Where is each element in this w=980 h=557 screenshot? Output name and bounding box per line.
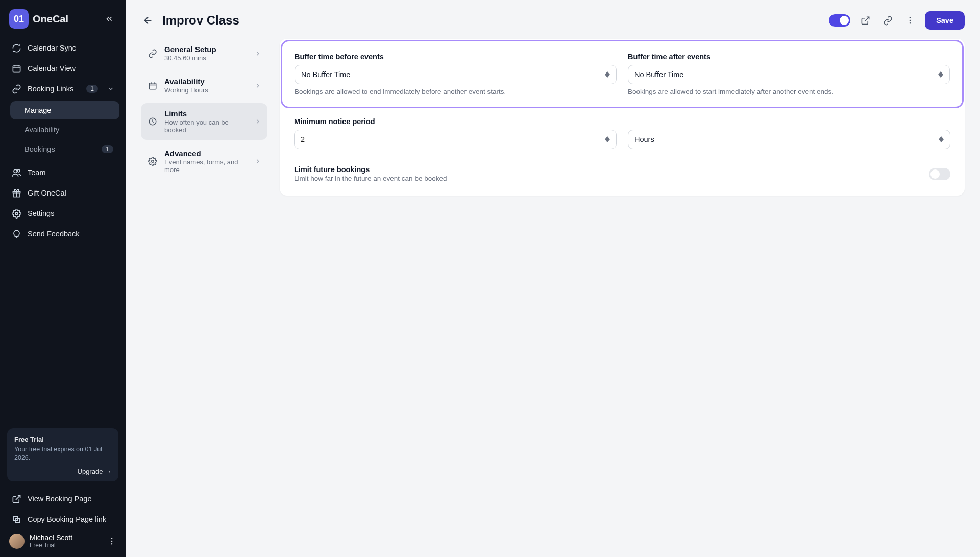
sync-icon — [11, 43, 21, 53]
tab-title: General Setup — [164, 45, 248, 54]
copy-icon — [11, 514, 21, 524]
subnav-availability[interactable]: Availability — [10, 120, 119, 139]
copy-link-button[interactable] — [880, 13, 895, 28]
svg-rect-14 — [149, 83, 156, 89]
buffer-before-field: Buffer time before events No Buffer Time… — [295, 53, 617, 96]
user-name: Michael Scott — [30, 534, 72, 542]
select-stepper-icon — [605, 71, 610, 78]
limit-future-row: Limit future bookings Limit how far in t… — [282, 158, 963, 193]
input-value: 2 — [301, 135, 305, 143]
buffer-row: Buffer time before events No Buffer Time… — [284, 43, 960, 105]
svg-point-1 — [13, 169, 16, 173]
tab-title: Availability — [164, 77, 248, 86]
open-external-button[interactable] — [857, 13, 873, 28]
min-notice-value-input[interactable]: 2 — [294, 130, 617, 149]
link-icon — [11, 84, 21, 94]
buffer-highlight: Buffer time before events No Buffer Time… — [281, 40, 964, 108]
logo-text: OneCal — [33, 13, 68, 25]
nav-label: Calendar Sync — [28, 44, 76, 52]
user-info: Michael Scott Free Trial — [30, 534, 72, 549]
settings-tabs: General Setup 30,45,60 mins Availability… — [141, 39, 267, 180]
logo[interactable]: 01 OneCal — [9, 9, 68, 29]
link-icon — [147, 48, 158, 59]
svg-point-9 — [111, 541, 113, 542]
buffer-after-field: Buffer time after events No Buffer Time … — [628, 53, 950, 96]
tab-subtitle: Event names, forms, and more — [164, 158, 248, 174]
nav-label: Manage — [24, 106, 51, 114]
field-label: Minimum notice period — [294, 117, 950, 126]
svg-point-16 — [152, 160, 154, 163]
back-button[interactable] — [141, 13, 155, 28]
subnav-manage[interactable]: Manage — [10, 101, 119, 119]
link-icon — [883, 16, 893, 26]
limit-future-title: Limit future bookings — [294, 165, 447, 174]
buffer-after-select[interactable]: No Buffer Time — [628, 65, 950, 84]
svg-point-12 — [910, 20, 911, 21]
min-notice-unit-select[interactable]: Hours — [628, 130, 950, 149]
nav-label: Booking Links — [28, 85, 74, 93]
more-vertical-icon — [905, 16, 915, 25]
limit-future-toggle[interactable] — [929, 168, 950, 180]
user-menu-button[interactable] — [107, 537, 116, 546]
tab-availability[interactable]: Availability Working Hours — [141, 71, 267, 100]
select-stepper-icon — [939, 136, 944, 142]
tab-limits[interactable]: Limits How often you can be booked — [141, 103, 267, 140]
nav-copy-booking-link[interactable]: Copy Booking Page link — [6, 509, 119, 529]
upgrade-link[interactable]: Upgrade → — [14, 468, 111, 475]
collapse-sidebar-button[interactable] — [102, 12, 116, 26]
save-button[interactable]: Save — [925, 11, 965, 30]
gear-icon — [147, 156, 158, 167]
number-stepper-icon — [605, 136, 610, 142]
nav-gift[interactable]: Gift OneCal — [6, 183, 119, 203]
tab-subtitle: 30,45,60 mins — [164, 54, 248, 62]
nav-label: Bookings — [24, 145, 55, 153]
nav-label: Gift OneCal — [28, 189, 66, 197]
tab-texts: Limits How often you can be booked — [164, 109, 248, 134]
nav-calendar-view[interactable]: Calendar View — [6, 58, 119, 79]
svg-point-5 — [15, 212, 18, 215]
clock-icon — [147, 116, 158, 127]
nav-settings[interactable]: Settings — [6, 203, 119, 224]
sidebar: 01 OneCal Calendar Sync Calendar View Bo… — [0, 0, 126, 557]
gift-icon — [11, 188, 21, 198]
logo-row: 01 OneCal — [6, 9, 119, 38]
buffer-before-select[interactable]: No Buffer Time — [295, 65, 617, 84]
nav-booking-links[interactable]: Booking Links 1 — [6, 79, 119, 99]
field-label: Buffer time after events — [628, 53, 950, 61]
min-notice-section: Minimum notice period 2 Hours — [282, 108, 963, 158]
more-menu-button[interactable] — [902, 13, 918, 28]
select-stepper-icon — [938, 71, 943, 78]
nav-calendar-sync[interactable]: Calendar Sync — [6, 38, 119, 58]
header: Improv Class Save — [126, 0, 980, 37]
limit-future-texts: Limit future bookings Limit how far in t… — [294, 165, 447, 182]
users-icon — [11, 167, 21, 178]
tab-texts: Availability Working Hours — [164, 77, 248, 94]
nav-view-booking-page[interactable]: View Booking Page — [6, 489, 119, 509]
nav-feedback[interactable]: Send Feedback — [6, 224, 119, 244]
limit-future-subtitle: Limit how far in the future an event can… — [294, 175, 447, 182]
avatar — [9, 534, 24, 549]
trial-body: Your free trial expires on 01 Jul 2026. — [14, 445, 111, 463]
content: General Setup 30,45,60 mins Availability… — [126, 37, 980, 211]
limits-panel: Buffer time before events No Buffer Time… — [280, 39, 965, 196]
subnav-bookings[interactable]: Bookings 1 — [10, 140, 119, 158]
chevron-right-icon — [254, 50, 261, 57]
calendar-icon — [11, 63, 21, 74]
active-toggle[interactable] — [829, 14, 850, 27]
page-title: Improv Class — [162, 13, 239, 28]
nav-label: Settings — [28, 209, 54, 217]
tab-title: Advanced — [164, 149, 248, 158]
header-actions: Save — [829, 11, 965, 30]
nav-team[interactable]: Team — [6, 162, 119, 183]
tab-advanced[interactable]: Advanced Event names, forms, and more — [141, 143, 267, 180]
svg-rect-0 — [13, 65, 20, 72]
nav-label: Copy Booking Page link — [28, 515, 106, 523]
user-row[interactable]: Michael Scott Free Trial — [6, 529, 119, 551]
badge: 1 — [102, 145, 113, 153]
tab-general-setup[interactable]: General Setup 30,45,60 mins — [141, 39, 267, 68]
select-value: No Buffer Time — [301, 70, 350, 79]
external-link-icon — [861, 16, 870, 26]
arrow-left-icon — [142, 15, 154, 26]
logo-mark: 01 — [9, 9, 29, 29]
svg-point-13 — [910, 22, 911, 24]
